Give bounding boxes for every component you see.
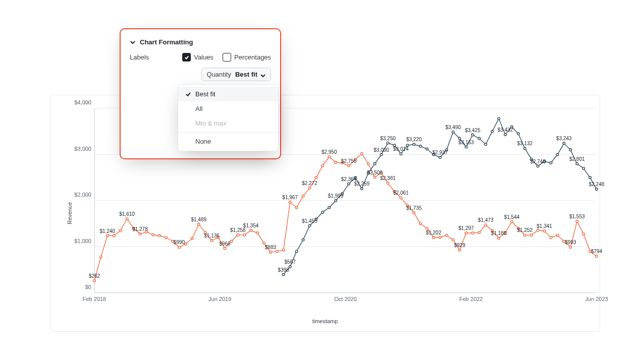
svg-point-15 [191, 237, 194, 240]
svg-point-43 [373, 176, 376, 178]
svg-point-54 [445, 234, 448, 236]
svg-point-102 [439, 156, 442, 159]
svg-point-107 [471, 134, 474, 136]
y-axis-label: Revenue [67, 202, 73, 224]
menu-separator [178, 132, 278, 133]
menu-item-label: Best fit [195, 90, 216, 98]
svg-point-101 [433, 153, 435, 156]
svg-point-42 [367, 163, 369, 165]
svg-point-112 [504, 134, 507, 136]
svg-point-105 [458, 137, 461, 140]
svg-point-7 [139, 233, 141, 235]
y-tick: $0 [85, 284, 91, 290]
svg-point-51 [426, 227, 429, 230]
svg-point-3 [113, 234, 115, 237]
values-checkbox-label: Values [194, 53, 213, 61]
svg-point-29 [282, 249, 285, 252]
labels-row: Labels Values Percentages [130, 53, 271, 62]
svg-point-106 [465, 146, 467, 148]
svg-point-90 [361, 188, 363, 190]
svg-point-92 [373, 163, 376, 165]
svg-point-74 [576, 220, 578, 223]
values-checkbox[interactable]: Values [182, 53, 213, 62]
quantity-menu: Best fit All Min & max None [178, 84, 279, 151]
svg-point-79 [289, 266, 291, 268]
svg-point-108 [478, 137, 480, 140]
menu-item-all[interactable]: All [178, 101, 278, 116]
svg-point-60 [485, 224, 487, 226]
svg-point-46 [393, 190, 396, 193]
svg-point-22 [237, 234, 239, 236]
svg-point-99 [419, 145, 422, 148]
panel-header[interactable]: Chart Formatting [130, 38, 271, 46]
check-icon [185, 91, 191, 97]
svg-point-32 [302, 195, 304, 198]
svg-point-94 [387, 142, 389, 144]
svg-point-1 [100, 256, 102, 258]
svg-point-23 [243, 234, 246, 236]
svg-point-81 [302, 238, 304, 241]
svg-point-26 [263, 242, 265, 245]
svg-point-120 [556, 153, 559, 156]
menu-item-none[interactable]: None [178, 134, 278, 149]
menu-item-label: Min & max [195, 119, 226, 127]
svg-point-124 [582, 167, 585, 170]
svg-point-25 [256, 232, 259, 234]
svg-point-76 [589, 250, 592, 253]
svg-point-82 [308, 225, 311, 227]
svg-point-49 [413, 212, 415, 214]
svg-point-41 [361, 152, 363, 155]
svg-point-9 [152, 233, 154, 236]
svg-point-33 [308, 187, 311, 190]
menu-item-min-max[interactable]: Min & max [178, 116, 278, 131]
svg-point-103 [445, 149, 448, 151]
svg-point-97 [406, 144, 409, 147]
svg-point-84 [322, 211, 324, 214]
svg-point-16 [197, 223, 200, 225]
svg-point-44 [380, 172, 383, 174]
svg-point-71 [556, 234, 559, 236]
svg-point-18 [210, 239, 213, 242]
svg-point-53 [439, 236, 442, 239]
y-tick: $2,000 [74, 192, 91, 198]
svg-point-35 [322, 164, 324, 167]
svg-point-100 [426, 148, 429, 150]
svg-point-34 [315, 176, 317, 179]
svg-point-4 [119, 229, 122, 232]
svg-point-40 [354, 158, 357, 161]
quantity-dropdown[interactable]: Quantity Best fit [201, 68, 271, 81]
svg-point-115 [524, 147, 526, 150]
menu-item-best-fit[interactable]: Best fit [178, 87, 278, 101]
svg-point-67 [530, 234, 532, 236]
svg-point-52 [433, 236, 435, 239]
svg-point-36 [328, 156, 331, 158]
svg-point-69 [543, 230, 546, 232]
svg-point-0 [93, 280, 96, 282]
svg-point-70 [550, 236, 552, 239]
menu-item-label: None [195, 138, 211, 145]
svg-point-64 [511, 220, 513, 223]
svg-point-55 [452, 238, 454, 241]
svg-point-73 [569, 246, 572, 249]
panel-title: Chart Formatting [140, 38, 193, 46]
svg-point-75 [582, 233, 585, 235]
svg-point-95 [393, 144, 396, 147]
percentages-checkbox-label: Percentages [234, 53, 271, 61]
svg-point-83 [315, 218, 317, 220]
y-tick: $1,000 [74, 238, 91, 244]
svg-point-12 [172, 240, 174, 242]
blank-icon [185, 139, 191, 145]
y-tick: $3,000 [74, 146, 91, 152]
svg-point-5 [126, 217, 128, 220]
svg-point-77 [596, 255, 598, 258]
svg-point-48 [406, 204, 409, 207]
quantity-prefix: Quantity [207, 71, 231, 78]
svg-point-19 [217, 236, 220, 239]
x-tick: Jun 2023 [585, 296, 608, 302]
svg-point-65 [517, 227, 520, 230]
percentages-checkbox[interactable]: Percentages [223, 53, 271, 62]
svg-point-125 [589, 176, 592, 179]
svg-point-6 [132, 227, 135, 230]
svg-point-80 [295, 250, 298, 253]
svg-point-20 [224, 247, 226, 250]
